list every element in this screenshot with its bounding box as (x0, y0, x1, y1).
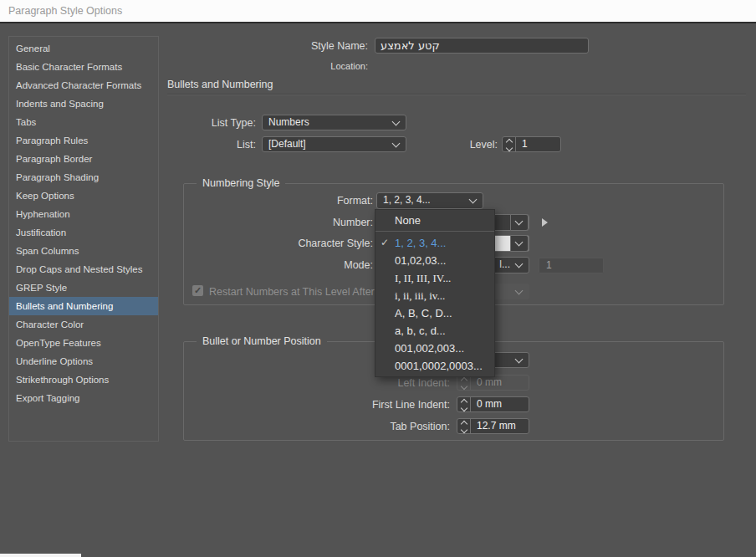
menu-separator (375, 231, 494, 232)
first-line-indent-label: First Line Indent: (351, 399, 450, 411)
sidebar-item[interactable]: Bullets and Numbering (9, 297, 158, 315)
style-name-label: Style Name: (251, 40, 368, 52)
format-menu-item-label: 0001,0002,0003... (395, 360, 483, 372)
format-menu-item[interactable]: a, b, c, d... (375, 322, 494, 340)
format-menu-item-label: A, B, C, D... (395, 307, 452, 319)
sidebar-item[interactable]: Paragraph Rules (9, 131, 158, 150)
sidebar-nav: GeneralBasic Character FormatsAdvanced C… (8, 36, 159, 442)
list-label: List: (156, 139, 256, 151)
sidebar-item[interactable]: Advanced Character Formats (9, 76, 158, 95)
format-menu-item[interactable]: 001,002,003... (375, 340, 494, 357)
format-menu-item-label: I, II, III, IV... (395, 272, 451, 284)
list-type-dropdown[interactable]: Numbers (262, 115, 406, 130)
sidebar-item[interactable]: Span Columns (9, 242, 158, 260)
format-menu-item-label: 001,002,003... (395, 342, 464, 355)
first-line-indent-stepper[interactable]: 0 mm (457, 396, 529, 412)
sidebar-item[interactable]: Justification (9, 223, 158, 242)
format-menu-item-label: a, b, c, d... (395, 324, 446, 337)
number-flyout-arrow-icon[interactable] (542, 218, 548, 227)
sidebar-item[interactable]: Keep Options (9, 187, 158, 205)
menu-checkmark-icon: ✓ (381, 234, 389, 252)
format-menu-item[interactable]: I, II, III, IV... (375, 269, 494, 287)
format-menu-item[interactable]: 0001,0002,0003... (375, 357, 494, 375)
sidebar-item[interactable]: Strikethrough Options (9, 370, 158, 389)
format-dropdown-menu: None✓1, 2, 3, 4...01,02,03...I, II, III,… (375, 209, 495, 377)
paragraph-style-options-dialog: Paragraph Style Options GeneralBasic Cha… (0, 0, 756, 557)
format-menu-item-label: None (395, 214, 421, 227)
tab-position-label: Tab Position: (351, 421, 450, 432)
chevron-down-icon (515, 260, 524, 268)
level-stepper[interactable]: 1 (502, 136, 561, 152)
sidebar-item[interactable]: General (9, 39, 158, 58)
position-group-legend: Bullet or Number Position (197, 335, 327, 347)
chevron-down-icon (515, 217, 524, 226)
stepper-arrows-icon[interactable] (457, 419, 471, 433)
sidebar-item[interactable]: Paragraph Border (9, 150, 158, 168)
list-dropdown[interactable]: [Default] (262, 136, 406, 152)
format-menu-item[interactable]: i, ii, iii, iv... (375, 287, 494, 304)
sidebar-item[interactable]: Tabs (9, 113, 158, 131)
sidebar-item[interactable]: Basic Character Formats (9, 58, 158, 76)
format-menu-item-label: 01,02,03... (395, 254, 446, 267)
title-bar: Paragraph Style Options (0, 0, 756, 23)
sidebar-item[interactable]: Indents and Spacing (9, 95, 158, 113)
stepper-arrows-icon[interactable] (457, 397, 471, 411)
character-style-label: Character Style: (273, 238, 373, 249)
sidebar-item[interactable]: Export Tagging (9, 389, 158, 407)
sidebar-item[interactable]: GREP Style (9, 278, 158, 297)
restart-numbers-checkbox[interactable]: ✓ (192, 285, 203, 296)
format-label: Format: (273, 195, 373, 207)
format-menu-item[interactable]: None (375, 212, 494, 229)
panel-heading: Bullets and Numbering (167, 79, 273, 90)
number-dropdown-button[interactable] (510, 214, 529, 231)
tab-position-stepper[interactable]: 12.7 mm (457, 418, 529, 434)
sidebar-item[interactable]: OpenType Features (9, 334, 158, 352)
level-label: Level: (414, 139, 498, 151)
left-indent-label: Left Indent: (351, 377, 450, 389)
window-title: Paragraph Style Options (8, 0, 122, 22)
checkmark-icon: ✓ (194, 285, 202, 295)
mode-label: Mode: (273, 259, 373, 271)
numbering-style-legend: Numbering Style (197, 177, 285, 189)
character-style-dropdown-button[interactable] (510, 235, 529, 252)
heading-divider (167, 94, 746, 95)
stepper-arrows-icon[interactable] (457, 376, 471, 390)
location-label: Location: (284, 61, 368, 71)
format-menu-item-label: i, ii, iii, iv... (395, 289, 445, 302)
stepper-arrows-icon[interactable] (503, 137, 516, 151)
style-name-input[interactable] (375, 38, 589, 54)
format-dropdown[interactable]: 1, 2, 3, 4... (376, 192, 483, 209)
chevron-down-icon (515, 286, 524, 294)
bottom-edge-strip (0, 554, 81, 557)
sidebar-item[interactable]: Paragraph Shading (9, 168, 158, 187)
start-at-field[interactable]: 1 (539, 258, 604, 273)
format-menu-item[interactable]: ✓1, 2, 3, 4... (375, 234, 494, 252)
sidebar-item[interactable]: Drop Caps and Nested Styles (9, 260, 158, 278)
format-menu-item-label: 1, 2, 3, 4... (395, 237, 446, 249)
chevron-down-icon (515, 238, 524, 247)
format-menu-item[interactable]: 01,02,03... (375, 252, 494, 269)
sidebar-item[interactable]: Character Color (9, 315, 158, 334)
list-type-label: List Type: (156, 117, 256, 129)
chevron-down-icon (515, 355, 524, 363)
format-menu-item[interactable]: A, B, C, D... (375, 304, 494, 322)
sidebar-item[interactable]: Underline Options (9, 352, 158, 370)
number-label: Number: (273, 217, 373, 228)
sidebar-item[interactable]: Hyphenation (9, 205, 158, 223)
